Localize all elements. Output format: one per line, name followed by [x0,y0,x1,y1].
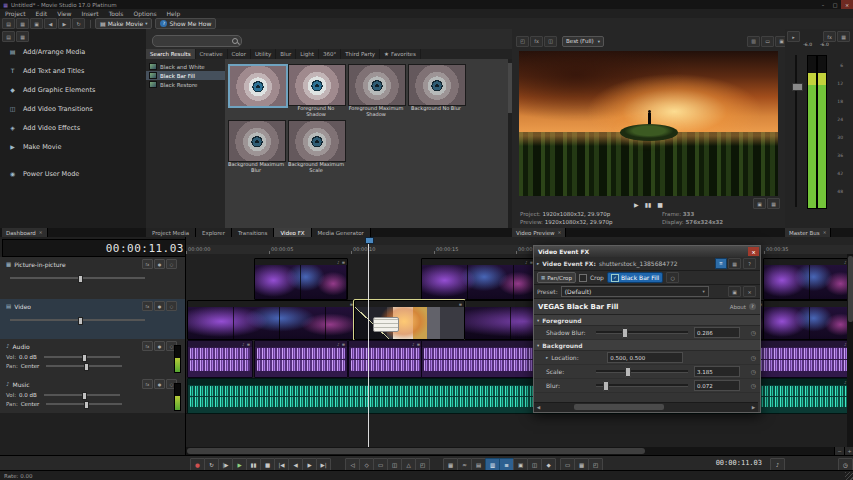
track-mute-button[interactable]: ● [154,301,165,311]
section-background[interactable]: ▾ Background [534,340,760,351]
maximize-button[interactable]: □ [829,0,841,9]
tab-blur[interactable]: Blur [276,49,296,59]
blur-slider[interactable] [596,384,688,387]
new-project-button[interactable]: ▤ [2,18,15,29]
preview-split-icon[interactable]: ◫ [544,36,557,47]
show-me-how-button[interactable]: ? Show Me How [155,18,216,29]
tab-video-preview[interactable]: Video Preview × [512,228,566,237]
preview-quality-select[interactable]: Best (Full) ▾ [562,36,604,47]
pan-slider[interactable] [46,365,122,367]
fx-help-icon[interactable]: ? [743,258,756,269]
delete-preset-icon[interactable]: × [743,286,756,297]
track-solo-button[interactable]: ○ [166,301,177,311]
menu-options[interactable]: Options [128,9,161,18]
fx-chain-icon[interactable]: ≡ [715,258,727,269]
redo-button[interactable]: ▶ [58,18,71,29]
master-fader[interactable] [792,55,801,207]
make-movie-button[interactable]: ▤ Make Movie ▾ [95,18,152,29]
volume-slider[interactable] [44,394,120,396]
close-icon[interactable]: × [39,230,43,235]
sidebar-item-add-text[interactable]: T Add Text and Titles [0,61,146,80]
close-button[interactable]: × [841,0,853,9]
menu-help[interactable]: Help [162,9,186,18]
track-header-music[interactable]: ♪ Music fx ● ○ Vol:0.0 dB Pan:Center [0,377,185,414]
preview-copy-frame-icon[interactable]: ▣ [753,198,766,209]
preset-thumbnail[interactable] [288,120,346,162]
fader-thumb[interactable] [792,83,803,91]
menu-view[interactable]: View [52,9,76,18]
properties-button[interactable]: ↻ [72,18,85,29]
preview-overlay-icon[interactable]: ▦ [767,198,780,209]
tab-light[interactable]: Light [296,49,319,59]
sidebar-item-add-graphics[interactable]: ◆ Add Graphic Elements [0,80,146,99]
param-value[interactable]: 3.185 [694,366,740,377]
vertical-scrollbar[interactable] [847,254,853,447]
master-settings-icon[interactable]: ▦ [837,31,850,42]
black-bar-fill-chip[interactable]: ✓ Black Bar Fill [607,272,663,283]
preview-play-button[interactable]: ▶ [634,201,639,208]
scrollbar-thumb[interactable] [848,256,853,322]
close-icon[interactable]: × [823,230,827,235]
fx-list-item-black-restore[interactable]: Black Restore [146,80,225,89]
animate-icon[interactable]: ◷ [751,329,756,336]
preset-thumbnail[interactable] [408,64,466,106]
close-icon[interactable]: × [558,230,562,235]
track-fx-button[interactable]: fx [142,379,153,389]
save-button[interactable]: ▣ [30,18,43,29]
plugin-help-icon[interactable]: ? [749,303,756,310]
animate-icon[interactable]: ◷ [751,368,756,375]
volume-slider[interactable] [44,356,120,358]
tab-color[interactable]: Color [228,49,251,59]
track-fx-button[interactable]: fx [142,341,153,351]
menu-tools[interactable]: Tools [104,9,129,18]
master-fx-icon[interactable]: fx [823,31,836,42]
fx-list-item-black-and-white[interactable]: Black and White [146,62,225,71]
fx-search-input[interactable] [152,35,242,47]
param-value[interactable]: 0.286 [694,327,740,338]
animate-icon[interactable]: ◷ [751,382,756,389]
track-mute-button[interactable]: ● [154,259,165,269]
track-header-audio[interactable]: ♪ Audio fx ● ○ Vol:0.0 dB Pan:Center [0,339,185,378]
preview-stop-button[interactable]: ■ [657,201,663,208]
tab-search-results[interactable]: Search Results [146,49,196,59]
save-preset-icon[interactable]: ▣ [728,286,741,297]
preview-fx-icon[interactable]: fx [530,36,543,47]
tab-favorites[interactable]: ★ Favorites [380,49,421,59]
tab-360[interactable]: 360° [319,49,341,59]
pip-clip[interactable]: ♪≡ [421,258,536,300]
crop-checkbox[interactable] [579,274,587,282]
scrollbar-thumb[interactable] [574,404,664,410]
track-solo-button[interactable]: ○ [166,259,177,269]
pan-crop-button[interactable]: ▦ Pan/Crop [537,272,576,283]
track-fx-button[interactable]: fx [142,259,153,269]
sidebar-item-make-movie[interactable]: ▶ Make Movie [0,137,146,156]
video-clip[interactable]: ≡ [763,300,853,340]
track-mute-button[interactable]: ● [154,379,165,389]
plugin-enabled-checkbox[interactable]: ✓ [611,274,619,282]
pip-clip[interactable]: ♪≡ [763,258,853,300]
audio-clip[interactable]: ♪≡ [187,340,253,378]
preview-external-monitor-icon[interactable]: ▭ [761,36,774,47]
track-level-slider[interactable] [10,319,145,321]
menu-project[interactable]: Project [0,9,31,18]
preview-pause-button[interactable]: ▮▮ [645,201,652,208]
sidebar-item-add-transitions[interactable]: ◫ Add Video Transitions [0,99,146,118]
section-foreground[interactable]: ▾ Foreground [534,315,760,326]
preset-select[interactable]: (Default) ▾ [561,286,709,297]
shadow-blur-slider[interactable] [596,331,688,334]
tab-master-bus[interactable]: Master Bus × [785,228,831,237]
track-header-pip[interactable]: ▦ Picture-in-picture fx ● ○ [0,257,185,300]
preview-grid-icon[interactable]: ▥ [747,36,760,47]
open-button[interactable]: ▦ [16,18,29,29]
menu-insert[interactable]: Insert [76,9,103,18]
tab-media-generator[interactable]: Media Generator [312,228,371,237]
resize-grip[interactable] [845,472,853,480]
scale-slider[interactable] [596,370,688,373]
tab-explorer[interactable]: Explorer [196,228,232,237]
tab-transitions[interactable]: Transitions [232,228,274,237]
preset-thumbnail-default[interactable] [228,64,288,108]
preset-thumbnail[interactable] [228,120,286,162]
menu-edit[interactable]: Edit [31,9,53,18]
tab-video-fx[interactable]: Video FX [274,228,311,237]
timeline-timecode-display[interactable]: 00:00:11.03 [2,239,191,257]
